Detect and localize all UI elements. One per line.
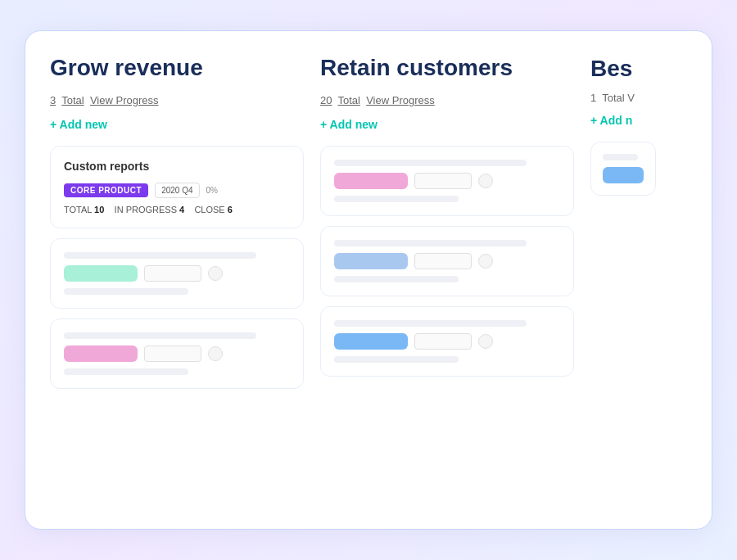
progress-box [414, 253, 472, 269]
card-retain-3 [320, 306, 574, 377]
column-meta-retain: 20 Total View Progress [320, 94, 574, 106]
progress-pill-blue [334, 253, 408, 269]
add-new-retain[interactable]: + Add new [320, 118, 574, 131]
progress-row [334, 173, 560, 189]
view-progress-retain[interactable]: View Progress [366, 94, 435, 106]
stats-close-label: CLOSE [194, 205, 227, 215]
placeholder-bar [64, 252, 256, 259]
tag-quarter: 2020 Q4 [155, 183, 199, 198]
stats-total-label: TOTAL [64, 205, 94, 215]
total-count-retain: 20 [320, 94, 332, 106]
placeholder-bar [334, 356, 459, 363]
progress-row [334, 333, 560, 350]
stats-inprogress-value: 4 [179, 205, 184, 215]
progress-pill-pink [334, 173, 408, 189]
placeholder-bar [334, 196, 459, 202]
stats-total-value: 10 [94, 205, 104, 215]
tag-core-product: CORE PRODUCT [64, 183, 148, 197]
progress-dot [478, 254, 493, 269]
card-stats: TOTAL 10 IN PROGRESS 4 CLOSE 6 [64, 205, 290, 215]
total-count-grow: 3 [50, 94, 56, 106]
progress-dot [208, 266, 223, 281]
placeholder-bar [64, 332, 256, 339]
placeholder-bar [64, 288, 188, 295]
placeholder-bar [334, 320, 527, 327]
partial-title: Bes [590, 56, 656, 82]
column-grow-revenue: Grow revenue 3 Total View Progress + Add… [50, 56, 304, 504]
add-new-grow[interactable]: + Add new [50, 118, 304, 131]
progress-dot [208, 346, 223, 361]
progress-box [144, 265, 201, 282]
partial-total: 1 [590, 92, 596, 104]
card-partial-1 [590, 142, 656, 196]
card-tags: CORE PRODUCT 2020 Q4 0% [64, 183, 290, 198]
view-progress-grow[interactable]: View Progress [90, 94, 159, 106]
total-label-retain: Total [337, 94, 359, 106]
placeholder-bar [334, 276, 459, 282]
placeholder-bar [334, 160, 527, 166]
card-title-custom-reports: Custom reports [64, 160, 290, 173]
column-best-partial: Bes 1 Total V + Add n [590, 56, 656, 504]
progress-row [64, 265, 290, 282]
progress-dot [478, 174, 493, 188]
column-title-grow-revenue: Grow revenue [50, 56, 304, 81]
card-grow-3 [50, 318, 304, 389]
progress-dot [478, 334, 493, 349]
placeholder-bar [603, 154, 638, 160]
progress-box [414, 333, 472, 350]
stats-inprogress-label: IN PROGRESS [115, 205, 179, 215]
card-retain-2 [320, 226, 574, 296]
progress-pill-blue2 [334, 333, 408, 350]
column-meta-grow-revenue: 3 Total View Progress [50, 94, 304, 106]
progress-box [414, 173, 472, 189]
progress-pill-blue2 [603, 167, 644, 183]
card-custom-reports: Custom reports CORE PRODUCT 2020 Q4 0% T… [50, 146, 304, 228]
progress-pill-pink [64, 345, 138, 362]
placeholder-bar [64, 368, 188, 375]
column-title-retain: Retain customers [320, 56, 574, 81]
total-label-grow: Total [61, 94, 84, 106]
stats-close-value: 6 [228, 205, 233, 215]
card-grow-2 [50, 238, 304, 309]
progress-row [603, 167, 644, 183]
column-retain-customers: Retain customers 20 Total View Progress … [320, 56, 574, 504]
partial-add-new[interactable]: + Add n [590, 114, 656, 127]
placeholder-bar [334, 240, 527, 246]
partial-total-label: Total V [602, 92, 635, 104]
partial-meta: 1 Total V [590, 92, 656, 104]
progress-pill-green [64, 265, 138, 282]
tag-percent: 0% [206, 186, 218, 195]
progress-row [64, 345, 290, 362]
progress-box [144, 345, 201, 362]
card-retain-1 [320, 146, 574, 216]
main-container: Grow revenue 3 Total View Progress + Add… [25, 30, 712, 530]
progress-row [334, 253, 560, 269]
